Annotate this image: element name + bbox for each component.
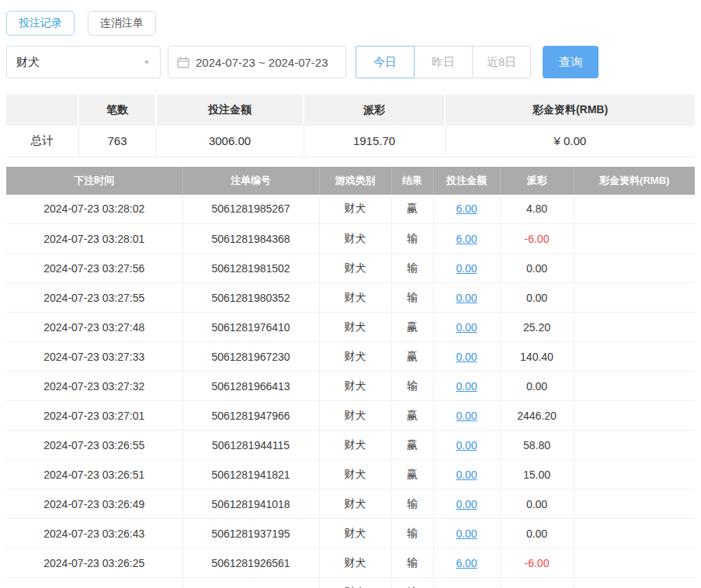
bet-table-header-row: 下注时间 注单编号 游戏类别 结果 投注金额 派彩 彩金资料(RMB) xyxy=(6,167,695,195)
bet-amount-link[interactable]: 0.00 xyxy=(456,292,477,304)
cell-bonus xyxy=(574,519,695,548)
cell-bet-time: 2024-07-23 03:26:55 xyxy=(6,431,182,460)
cell-bonus xyxy=(574,254,695,283)
cell-result: 输 xyxy=(391,224,433,254)
bet-records-table: 下注时间 注单编号 游戏类别 结果 投注金额 派彩 彩金资料(RMB) 2024… xyxy=(6,167,695,588)
cell-bet-amount: 0.00 xyxy=(433,342,500,372)
chevron-down-icon: ▼ xyxy=(143,59,151,66)
summary-total-payout: 1915.70 xyxy=(304,126,445,157)
cell-game-type: 财犬 xyxy=(319,519,391,548)
table-row: 2024-07-23 03:26:555061281944115财犬赢0.005… xyxy=(6,431,695,460)
cell-bet-amount: 0.00 xyxy=(433,519,500,548)
table-row: 2024-07-23 03:28:025061281985267财犬赢6.004… xyxy=(6,195,695,224)
cell-bet-amount: 6.00 xyxy=(433,548,500,578)
cell-order-number: 5061281980352 xyxy=(182,283,319,313)
cell-bet-amount: 0.00 xyxy=(433,313,500,342)
cell-order-number: 5061281985267 xyxy=(182,195,319,224)
cell-payout: 15.00 xyxy=(500,460,574,489)
cell-order-number: 5061281926561 xyxy=(182,548,319,578)
cell-result: 输 xyxy=(391,519,433,548)
cell-bet-amount: 0.00 xyxy=(433,372,500,401)
bet-amount-link[interactable]: 6.00 xyxy=(456,202,477,215)
table-row: 2024-07-23 03:26:435061281937195财犬输0.000… xyxy=(6,519,695,548)
cell-bonus xyxy=(574,460,695,489)
cell-order-number: 5061281925717 xyxy=(182,578,319,588)
cell-bonus xyxy=(574,431,695,460)
cell-bet-time: 2024-07-23 03:26:24 xyxy=(6,578,182,588)
cell-bet-time: 2024-07-23 03:27:01 xyxy=(6,401,182,431)
yesterday-button[interactable]: 昨日 xyxy=(414,46,473,78)
cell-game-type: 财犬 xyxy=(319,578,391,588)
table-row: 2024-07-23 03:26:515061281941821财犬赢0.001… xyxy=(6,460,695,489)
cell-order-number: 5061281984368 xyxy=(182,224,319,254)
tab-cancelled-orders[interactable]: 连消注单 xyxy=(88,11,156,36)
header-result: 结果 xyxy=(391,167,433,195)
cell-order-number: 5061281941821 xyxy=(182,460,319,489)
cell-payout: -6.00 xyxy=(500,224,574,254)
cell-payout: 0.00 xyxy=(500,519,574,548)
summary-header-payout: 派彩 xyxy=(304,95,445,126)
bet-amount-link[interactable]: 0.00 xyxy=(456,498,477,510)
cell-game-type: 财犬 xyxy=(319,431,391,460)
quick-date-buttons: 今日 昨日 近8日 xyxy=(356,46,531,78)
cell-bet-amount: 0.00 xyxy=(433,283,500,313)
cell-bet-amount: 6.00 xyxy=(433,578,500,588)
cell-bet-amount: 0.00 xyxy=(433,431,500,460)
cell-bonus xyxy=(574,548,695,578)
cell-payout: 2446.20 xyxy=(500,401,574,431)
cell-bet-amount: 0.00 xyxy=(433,489,500,519)
cell-bet-time: 2024-07-23 03:27:56 xyxy=(6,254,182,283)
cell-bet-amount: 6.00 xyxy=(433,224,500,254)
date-range-picker[interactable]: 2024-07-23 ~ 2024-07-23 xyxy=(168,46,346,78)
table-row: 2024-07-23 03:28:015061281984368财犬输6.00-… xyxy=(6,224,695,254)
summary-total-row: 总计 763 3006.00 1915.70 ¥ 0.00 xyxy=(6,126,695,157)
bet-amount-link[interactable]: 0.00 xyxy=(456,321,477,334)
cell-order-number: 5061281947966 xyxy=(182,401,319,431)
summary-total-label: 总计 xyxy=(6,126,78,157)
header-game-type: 游戏类别 xyxy=(319,167,391,195)
tab-bet-records[interactable]: 投注记录 xyxy=(6,11,75,36)
today-button[interactable]: 今日 xyxy=(356,46,415,78)
bet-amount-link[interactable]: 0.00 xyxy=(456,439,477,451)
cell-result: 输 xyxy=(391,254,433,283)
cell-game-type: 财犬 xyxy=(319,195,391,224)
bet-amount-link[interactable]: 0.00 xyxy=(456,351,477,363)
header-bonus: 彩金资料(RMB) xyxy=(574,167,695,195)
table-row: 2024-07-23 03:27:325061281966413财犬输0.000… xyxy=(6,372,695,401)
cell-result: 赢 xyxy=(391,460,433,489)
cell-result: 输 xyxy=(391,283,433,313)
bet-amount-link[interactable]: 0.00 xyxy=(456,527,477,540)
cell-order-number: 5061281981502 xyxy=(182,254,319,283)
cell-bet-time: 2024-07-23 03:27:48 xyxy=(6,313,182,342)
cell-payout: -6.00 xyxy=(500,578,574,588)
cell-bet-time: 2024-07-23 03:27:33 xyxy=(6,342,182,372)
header-bet-time: 下注时间 xyxy=(6,167,182,195)
summary-total-bonus: ¥ 0.00 xyxy=(445,126,695,157)
cell-bet-amount: 0.00 xyxy=(433,460,500,489)
table-row: 2024-07-23 03:27:485061281976410财犬赢0.002… xyxy=(6,313,695,342)
search-button[interactable]: 查询 xyxy=(543,46,599,78)
cell-payout: 25.20 xyxy=(500,313,574,342)
top-tabs: 投注记录 连消注单 xyxy=(6,11,695,36)
cell-bonus xyxy=(574,283,695,313)
cell-bet-time: 2024-07-23 03:26:25 xyxy=(6,548,182,578)
calendar-icon xyxy=(177,57,189,68)
bet-amount-link[interactable]: 0.00 xyxy=(456,262,477,275)
cell-bonus xyxy=(574,372,695,401)
cell-bet-time: 2024-07-23 03:28:01 xyxy=(6,224,182,254)
bet-amount-link[interactable]: 0.00 xyxy=(456,380,477,393)
last-8-days-button[interactable]: 近8日 xyxy=(472,46,531,78)
cell-payout: 58.80 xyxy=(500,431,574,460)
bet-amount-link[interactable]: 6.00 xyxy=(456,233,477,245)
cell-game-type: 财犬 xyxy=(319,548,391,578)
header-bet-amount: 投注金额 xyxy=(433,167,500,195)
betting-records-page: 投注记录 连消注单 财犬 ▼ 2024-07-23 ~ 2024-07-23 今… xyxy=(0,0,701,588)
bet-amount-link[interactable]: 6.00 xyxy=(456,557,477,569)
cell-payout: 140.40 xyxy=(500,342,574,372)
cell-result: 输 xyxy=(391,578,433,588)
bet-amount-link[interactable]: 0.00 xyxy=(456,410,477,422)
summary-total-count: 763 xyxy=(78,126,156,157)
game-select[interactable]: 财犬 ▼ xyxy=(6,46,161,78)
bet-amount-link[interactable]: 0.00 xyxy=(456,469,477,481)
cell-order-number: 5061281944115 xyxy=(182,431,319,460)
